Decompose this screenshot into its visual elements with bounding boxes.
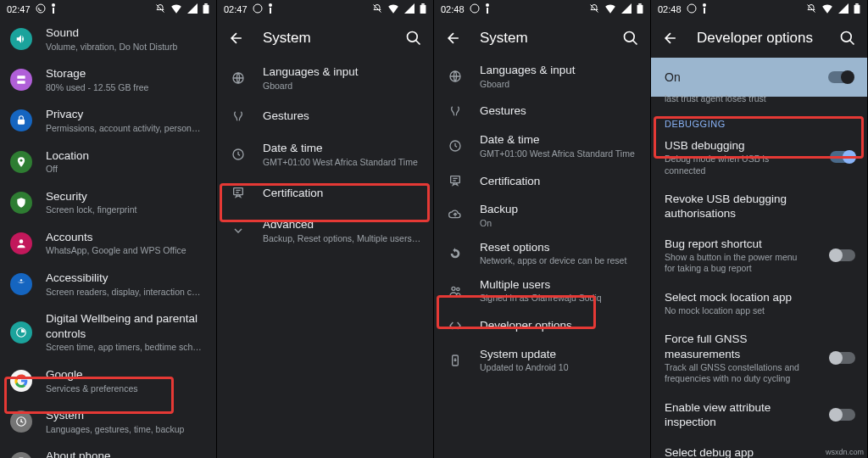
svg-point-1 bbox=[52, 3, 55, 7]
row-title: Developer options bbox=[480, 318, 638, 333]
settings-row-location[interactable]: Location Off bbox=[0, 142, 216, 182]
clock-text: 02:48 bbox=[658, 4, 682, 14]
backup-icon bbox=[444, 204, 466, 226]
row-title: Certification bbox=[263, 186, 421, 201]
settings-row-accounts[interactable]: Accounts WhatsApp, Google and WPS Office bbox=[0, 223, 216, 264]
back-button[interactable] bbox=[227, 29, 246, 47]
row-subtitle: No mock location app set bbox=[665, 305, 855, 316]
row-title: Digital Wellbeing and parental controls bbox=[46, 311, 204, 341]
row-subtitle: Gboard bbox=[480, 79, 638, 91]
back-button[interactable] bbox=[661, 29, 680, 47]
signal-icon bbox=[838, 3, 849, 15]
system-row-gestures[interactable]: Gestures bbox=[434, 95, 650, 127]
master-toggle-label: On bbox=[665, 70, 828, 85]
system-row-gestures[interactable]: Gestures bbox=[217, 98, 433, 134]
svg-rect-20 bbox=[270, 8, 271, 14]
row-subtitle: Signed in as Olanrewaju Sodiq bbox=[480, 293, 638, 304]
toggle-switch[interactable] bbox=[830, 352, 855, 364]
settings-row-storage[interactable]: Storage 80% used - 12.55 GB free bbox=[0, 59, 216, 100]
row-subtitle: Track all GNSS constellations and freque… bbox=[665, 362, 810, 384]
row-title: Accounts bbox=[46, 230, 204, 245]
dev-row-force-full-gnss-measurements[interactable]: Force full GNSS measurementsTrack all GN… bbox=[651, 324, 867, 392]
svg-rect-5 bbox=[17, 76, 25, 80]
svg-point-36 bbox=[452, 287, 455, 290]
settings-row-wellbeing[interactable]: Digital Wellbeing and parental controls … bbox=[0, 304, 216, 360]
row-title: About phone bbox=[46, 449, 204, 458]
settings-row-accessibility[interactable]: Accessibility Screen readers, display, i… bbox=[0, 264, 216, 304]
row-subtitle: 80% used - 12.55 GB free bbox=[46, 82, 204, 94]
master-toggle-switch[interactable] bbox=[828, 71, 854, 83]
row-title: Location bbox=[46, 148, 204, 164]
system-row-reset[interactable]: Reset options Network, apps or device ca… bbox=[434, 235, 650, 272]
developer-options-panel: 02:48 Developer options On last trust ag… bbox=[651, 0, 868, 458]
vibrate-icon bbox=[589, 3, 599, 15]
row-title: Multiple users bbox=[480, 277, 638, 293]
row-subtitle: Gboard bbox=[263, 81, 421, 92]
back-button[interactable] bbox=[444, 29, 463, 47]
page-title: System bbox=[263, 30, 387, 47]
vibrate-icon bbox=[372, 3, 382, 15]
system-row-clock[interactable]: Date & time GMT+01:00 West Africa Standa… bbox=[217, 134, 433, 175]
whatsapp-icon bbox=[36, 3, 46, 15]
search-button[interactable] bbox=[838, 29, 857, 47]
dev-row-bug-report-shortcut[interactable]: Bug report shortcutShow a button in the … bbox=[651, 229, 867, 282]
row-title: Enable view attribute inspection bbox=[665, 400, 810, 430]
status-bar: 02:47 bbox=[0, 0, 216, 19]
svg-rect-21 bbox=[420, 5, 426, 14]
dev-row-select-mock-location-app[interactable]: Select mock location appNo mock location… bbox=[651, 282, 867, 325]
svg-rect-29 bbox=[487, 8, 488, 14]
row-subtitle: Volume, vibration, Do Not Disturb bbox=[46, 42, 204, 53]
settings-row-system[interactable]: System Languages, gestures, time, backup bbox=[0, 401, 216, 442]
system-row-dev[interactable]: Developer options bbox=[434, 310, 650, 342]
svg-point-32 bbox=[625, 32, 635, 42]
settings-row-sound[interactable]: Sound Volume, vibration, Do Not Disturb bbox=[0, 19, 216, 59]
row-title: Backup bbox=[480, 202, 638, 217]
globe-icon bbox=[444, 65, 466, 87]
about-icon bbox=[10, 452, 32, 458]
row-subtitle: Screen readers, display, interaction con… bbox=[46, 287, 204, 299]
settings-row-privacy[interactable]: Privacy Permissions, account activity, p… bbox=[0, 100, 216, 141]
dev-row-enable-view-attribute-inspection[interactable]: Enable view attribute inspection bbox=[651, 393, 867, 438]
system-row-globe[interactable]: Languages & input Gboard bbox=[434, 58, 650, 95]
svg-point-18 bbox=[253, 4, 262, 13]
gestures-icon bbox=[227, 105, 249, 127]
settings-row-security[interactable]: Security Screen lock, fingerprint bbox=[0, 182, 216, 223]
toggle-switch[interactable] bbox=[830, 249, 855, 261]
search-button[interactable] bbox=[621, 29, 640, 47]
svg-rect-4 bbox=[204, 3, 207, 5]
dev-row-usb-debugging[interactable]: USB debuggingDebug mode when USB is conn… bbox=[651, 131, 867, 184]
sound-icon bbox=[10, 28, 32, 50]
signal-icon bbox=[621, 3, 632, 15]
settings-row-google[interactable]: Google Services & preferences bbox=[0, 360, 216, 401]
system-row-cert[interactable]: Certification bbox=[434, 165, 650, 197]
accessibility-icon bbox=[10, 273, 32, 295]
row-title: Languages & input bbox=[263, 64, 421, 80]
row-title: Sound bbox=[46, 25, 204, 41]
whatsapp-icon bbox=[253, 3, 263, 15]
notification-icon bbox=[268, 3, 273, 15]
battery-icon bbox=[854, 3, 860, 15]
system-row-clock[interactable]: Date & time GMT+01:00 West Africa Standa… bbox=[434, 127, 650, 165]
dev-row-revoke-usb-debugging-authorisations[interactable]: Revoke USB debugging authorisations bbox=[651, 184, 867, 229]
system-row-users[interactable]: Multiple users Signed in as Olanrewaju S… bbox=[434, 272, 650, 310]
page-title: System bbox=[480, 30, 604, 47]
system-row-update[interactable]: System update Updated to Android 10 bbox=[434, 342, 650, 379]
row-title: System update bbox=[480, 347, 638, 362]
search-button[interactable] bbox=[404, 29, 423, 47]
toggle-switch[interactable] bbox=[830, 151, 855, 163]
system-row-globe[interactable]: Languages & input Gboard bbox=[217, 58, 433, 98]
toggle-switch[interactable] bbox=[830, 409, 855, 421]
system-row-backup[interactable]: Backup On bbox=[434, 197, 650, 234]
system-row-cert[interactable]: Certification bbox=[217, 175, 433, 210]
row-title: Reset options bbox=[480, 240, 638, 255]
svg-rect-26 bbox=[234, 188, 243, 195]
page-title: Developer options bbox=[697, 30, 821, 47]
row-title: Date & time bbox=[480, 132, 638, 148]
svg-point-44 bbox=[842, 32, 852, 42]
system-row-chevron[interactable]: Advanced Backup, Reset options, Multiple… bbox=[217, 210, 433, 251]
row-title: Accessibility bbox=[46, 271, 204, 286]
battery-icon bbox=[420, 3, 426, 15]
signal-icon bbox=[404, 3, 415, 15]
settings-row-about[interactable]: About phone Nokia 6.1 Plus bbox=[0, 442, 216, 458]
watermark: wsxdn.com bbox=[826, 448, 864, 456]
